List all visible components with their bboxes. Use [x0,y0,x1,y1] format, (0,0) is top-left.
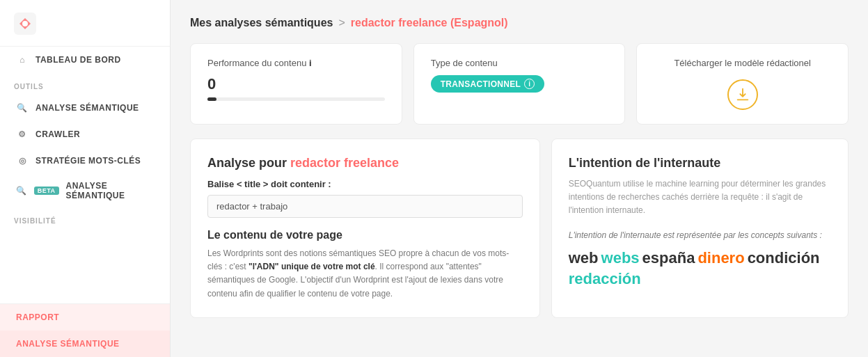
beta-badge: BETA [34,187,59,195]
card-download: Télécharger le modèle rédactionel [636,43,849,125]
sidebar-section-outils: OUTILS [0,73,170,95]
sidebar-item-home[interactable]: ⌂ TABLEAU DE BORD [0,47,170,73]
sidebar-item-analyse-bottom-label: ANALYSE SÉMANTIQUE [16,339,120,349]
bottom-row: Analyse pour redactor freelance Balise <… [190,138,849,318]
perf-bar [207,97,385,101]
breadcrumb-separator: > [338,17,345,29]
panel-left: Analyse pour redactor freelance Balise <… [190,138,540,318]
card-type: Type de contenu TRANSACTIONNEL i [413,43,626,125]
sidebar-item-rapport[interactable]: RAPPORT [0,304,170,331]
panel-title-prefix: Analyse pour [207,156,290,170]
type-badge-info: i [524,79,535,89]
concept-item: web [569,249,599,267]
search-icon: 🔍 [16,102,29,114]
balise-label-text: Balise < title > doit contenir : [207,179,331,189]
sidebar-item-strategie[interactable]: ◎ STRATÉGIE MOTS-CLÉS [0,148,170,174]
sidebar-item-rapport-label: RAPPORT [16,312,59,322]
type-badge: TRANSACTIONNEL i [431,75,545,93]
panel-right: L'intention de l'internaute SEOQuantum u… [551,138,849,318]
concept-item: españa [642,249,695,267]
main-content: Mes analyses sémantiques > redactor free… [171,0,868,357]
card-type-title: Type de contenu [431,58,608,68]
concept-item: redacción [569,270,641,288]
right-panel-title: L'intention de l'internaute [569,156,831,170]
sidebar-item-analyse-label: ANALYSE SÉMANTIQUE [35,103,139,113]
intention-label: L'intention de l'internaute est représen… [569,229,831,242]
target-icon: ◎ [16,154,29,167]
sidebar-item-analyse-beta-label: ANALYSE SÉMANTIQUE [66,181,156,200]
home-icon: ⌂ [16,54,29,66]
sidebar-item-home-label: TABLEAU DE BORD [35,55,121,65]
type-badge-label: TRANSACTIONNEL [441,79,521,89]
perf-info-icon: i [309,58,312,68]
sidebar: ⌂ TABLEAU DE BORD OUTILS 🔍 ANALYSE SÉMAN… [0,0,171,357]
panel-title-highlight: redactor freelance [290,156,399,170]
balise-input[interactable] [207,195,523,218]
concept-item: dinero [697,249,744,267]
concepts-list: webwebsespañadinerocondiciónredacción [569,249,831,288]
breadcrumb-root: Mes analyses sémantiques [190,17,333,29]
breadcrumb: Mes analyses sémantiques > redactor free… [190,17,849,29]
perf-value: 0 [207,75,385,93]
balise-label: Balise < title > doit contenir : [207,179,523,189]
panel-left-title: Analyse pour redactor freelance [207,156,523,170]
sidebar-logo [0,0,170,47]
section-desc-bold: "l'ADN" unique de votre mot clé [248,262,375,271]
perf-bar-fill [207,97,216,101]
sidebar-item-analyse-bottom[interactable]: ANALYSE SÉMANTIQUE [0,331,170,357]
card-performance: Performance du contenu i 0 [190,43,402,125]
gear-icon: ⚙ [16,128,29,141]
right-panel-desc: SEOQuantum utilise le machine learning p… [569,177,831,218]
sidebar-item-strategie-label: STRATÉGIE MOTS-CLÉS [35,156,141,166]
search-icon-2: 🔍 [16,184,27,197]
section-title: Le contenu de votre page [207,229,523,241]
concept-item: condición [748,249,820,267]
sidebar-item-crawler-label: CRAWLER [35,129,80,139]
sidebar-item-analyse-semantique[interactable]: 🔍 ANALYSE SÉMANTIQUE [0,95,170,121]
svg-point-1 [22,21,28,26]
section-desc: Les Wordprints sont des notions sémantiq… [207,247,523,301]
cards-row: Performance du contenu i 0 Type de conte… [190,43,849,125]
sidebar-section-visibilite: VISIBILITÉ [0,207,170,229]
card-download-title: Télécharger le modèle rédactionel [674,58,811,68]
breadcrumb-current: redactor freelance (Espagnol) [351,17,508,29]
download-button[interactable] [727,79,758,110]
concept-item: webs [601,249,640,267]
sidebar-bottom: RAPPORT ANALYSE SÉMANTIQUE [0,303,170,357]
sidebar-item-analyse-beta[interactable]: 🔍 BETA ANALYSE SÉMANTIQUE [0,174,170,207]
sidebar-item-crawler[interactable]: ⚙ CRAWLER [0,121,170,148]
card-performance-title: Performance du contenu i [207,58,385,68]
